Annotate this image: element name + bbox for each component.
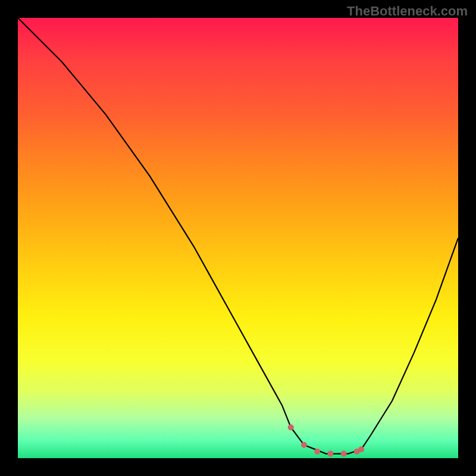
marker-dot [314, 449, 320, 455]
plot-area [18, 18, 458, 458]
curve-svg [18, 18, 458, 458]
marker-dot [341, 451, 347, 457]
marker-dot [327, 451, 333, 457]
marker-dot [358, 446, 364, 452]
watermark-text: TheBottleneck.com [347, 4, 468, 19]
marker-dot [288, 424, 294, 430]
bottleneck-curve [18, 18, 458, 454]
marker-dot [301, 442, 307, 448]
